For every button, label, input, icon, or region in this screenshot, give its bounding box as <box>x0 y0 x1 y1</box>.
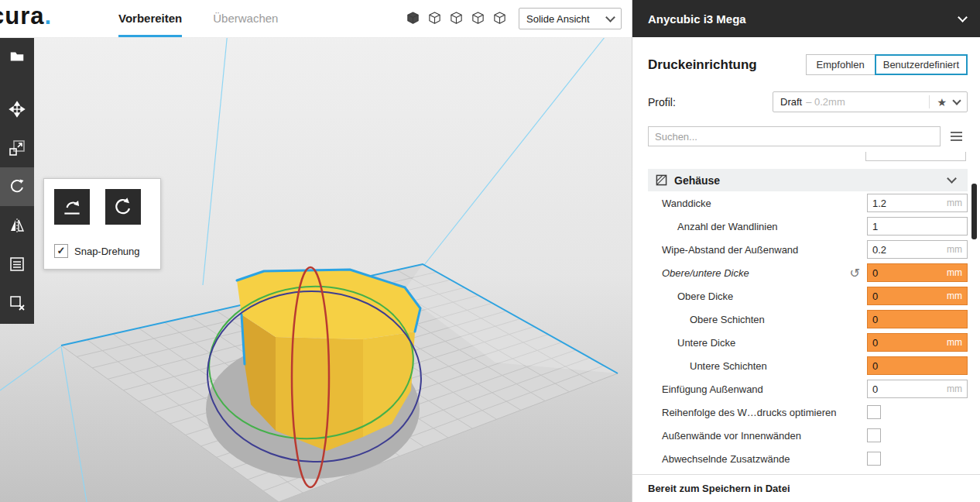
shell-section-header[interactable]: Gehäuse <box>648 169 968 191</box>
profile-dropdown[interactable]: Draft – 0.2mm ★ <box>773 91 968 112</box>
setting-input[interactable]: 1 <box>867 217 968 236</box>
setting-row: Untere Dicke0mm <box>648 331 968 354</box>
setting-row: Anzahl der Wandlinien1 <box>648 215 968 238</box>
mirror-tool-button[interactable] <box>0 206 34 245</box>
clipped-setting-dropdown[interactable] <box>865 152 966 161</box>
settings-search-input[interactable] <box>648 126 941 146</box>
lay-flat-button[interactable] <box>54 189 90 225</box>
reset-rotation-button[interactable] <box>105 189 141 225</box>
open-file-tool-button[interactable] <box>0 37 34 76</box>
top-bar: cura. Vorbereiten Überwachen Solide Ansi… <box>0 0 632 38</box>
setting-row: Abwechselnde Zusatzwände <box>648 447 968 470</box>
divider <box>929 95 930 108</box>
setting-row: Außenwände vor Innenwänden <box>648 424 968 447</box>
setting-row: Wipe-Abstand der Außenwand0.2mm <box>648 238 968 261</box>
setting-label: Untere Dicke <box>648 337 735 349</box>
setting-label: Reihenfolge des W…drucks optimieren <box>648 407 836 418</box>
setup-mode-switch: Empfohlen Benutzerdefiniert <box>806 54 968 75</box>
setting-label: Wipe-Abstand der Außenwand <box>648 244 798 256</box>
profile-layer-height: – 0.2mm <box>806 96 845 108</box>
chevron-down-icon <box>605 12 615 22</box>
machine-selector[interactable]: Anycubic i3 Mega <box>632 0 980 37</box>
setting-label: Untere Schichten <box>648 360 767 372</box>
reset-setting-icon[interactable]: ↺ <box>850 266 860 280</box>
tool-sidebar <box>0 37 34 324</box>
snap-rotation-row: ✓ Snap-Drehung <box>54 244 140 258</box>
setting-input[interactable]: 1.2mm <box>867 194 968 212</box>
setting-checkbox[interactable] <box>867 452 881 466</box>
custom-mode-button[interactable]: Benutzerdefiniert <box>875 54 968 75</box>
profile-label: Profil: <box>648 96 676 108</box>
job-status-bar: Bereit zum Speichern in Datei <box>632 474 980 502</box>
shell-icon <box>656 174 667 186</box>
view-3d-icon[interactable] <box>406 11 420 29</box>
setting-label: Einfügung Außenwand <box>648 383 763 395</box>
setting-label: Außenwände vor Innenwänden <box>648 430 801 442</box>
camera-view-buttons <box>406 11 507 29</box>
setting-row: Obere Schichten0 <box>648 308 968 331</box>
setting-row: Wanddicke1.2mm <box>648 191 968 215</box>
setting-input[interactable]: 0mm <box>867 380 968 398</box>
rotate-tool-button[interactable] <box>0 167 34 206</box>
setting-input[interactable]: 0 <box>867 356 968 375</box>
stage-tabs: Vorbereiten Überwachen <box>118 0 278 37</box>
chevron-collapse-icon <box>947 174 957 184</box>
view-mode-value: Solide Ansicht <box>526 13 590 25</box>
recommended-mode-button[interactable]: Empfohlen <box>806 54 875 75</box>
tab-monitor[interactable]: Überwachen <box>213 0 278 37</box>
setting-input[interactable]: 0 <box>867 310 968 328</box>
setting-label: Abwechselnde Zusatzwände <box>648 453 790 465</box>
cura-logo: cura. <box>0 2 52 30</box>
setting-checkbox[interactable] <box>867 428 881 442</box>
chevron-down-icon <box>958 12 968 22</box>
setting-input[interactable]: 0mm <box>867 263 968 282</box>
setting-row: Einfügung Außenwand0mm <box>648 377 968 401</box>
setting-row: Obere/untere Dicke↺0mm <box>648 261 968 284</box>
setting-input[interactable]: 0.2mm <box>867 240 968 259</box>
support-blocker-tool-button[interactable] <box>0 284 34 322</box>
settings-menu-icon[interactable] <box>951 132 962 133</box>
tab-prepare[interactable]: Vorbereiten <box>118 0 182 37</box>
per-model-settings-tool-button[interactable] <box>0 245 34 284</box>
star-icon[interactable]: ★ <box>937 96 947 108</box>
view-mode-dropdown[interactable]: Solide Ansicht <box>519 8 622 29</box>
setting-input[interactable]: 0mm <box>867 333 968 352</box>
profile-value: Draft <box>780 96 802 108</box>
shell-section-title: Gehäuse <box>674 174 720 187</box>
setting-label: Obere Schichten <box>648 314 765 325</box>
setting-label: Wanddicke <box>648 198 711 209</box>
setting-label: Obere/untere Dicke <box>648 267 749 279</box>
chevron-down-icon <box>952 96 961 105</box>
machine-name: Anycubic i3 Mega <box>648 12 746 26</box>
setting-label: Anzahl der Wandlinien <box>648 221 778 232</box>
view-right-icon[interactable] <box>492 11 507 29</box>
snap-rotation-label: Snap-Drehung <box>74 246 140 257</box>
setting-label: Obere Dicke <box>648 291 733 302</box>
snap-rotation-checkbox[interactable]: ✓ <box>54 244 68 258</box>
setting-checkbox[interactable] <box>867 405 881 419</box>
setting-input[interactable]: 0mm <box>867 287 968 305</box>
move-tool-button[interactable] <box>0 90 34 129</box>
setting-row: Reihenfolge des W…drucks optimieren <box>648 401 968 424</box>
setting-row: Obere Dicke0mm <box>648 284 968 308</box>
view-left-icon[interactable] <box>471 11 485 29</box>
scrollbar-thumb[interactable] <box>971 184 977 239</box>
view-top-icon[interactable] <box>449 11 464 29</box>
rotate-tool-flyout: ✓ Snap-Drehung <box>43 178 161 270</box>
job-status-text: Bereit zum Speichern in Datei <box>648 483 790 494</box>
scale-tool-button[interactable] <box>0 129 34 167</box>
view-front-icon[interactable] <box>427 11 442 29</box>
print-setup-title: Druckeinrichtung <box>648 57 757 73</box>
settings-list: Gehäuse Wanddicke1.2mmAnzahl der Wandlin… <box>648 152 968 474</box>
setting-row: Untere Schichten0 <box>648 354 968 377</box>
print-settings-panel: Anycubic i3 Mega Druckeinrichtung Empfoh… <box>632 0 980 502</box>
